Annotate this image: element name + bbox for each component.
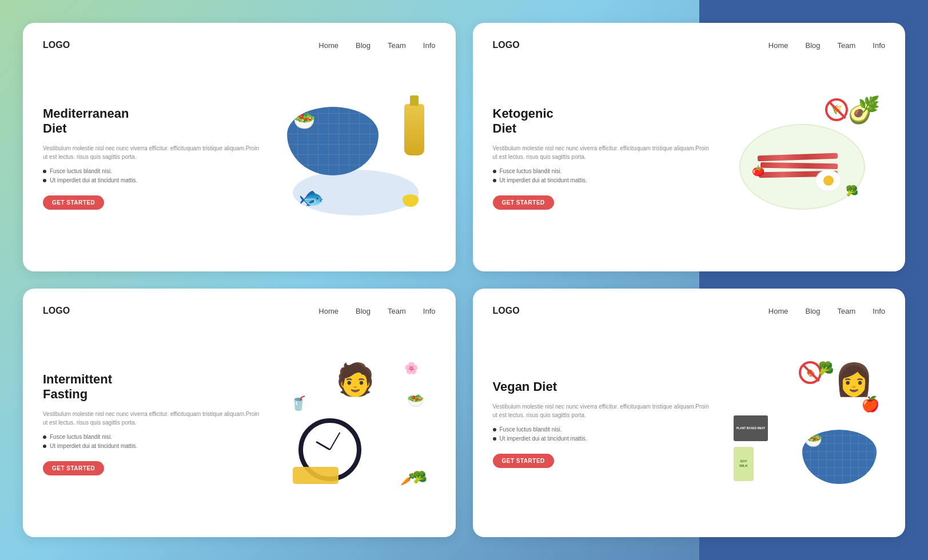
card-bullets-ketogenic: Fusce luctus blandit nisi. Ut imperdiet … xyxy=(493,168,714,186)
broccoli-icon: 🥦 xyxy=(413,470,427,484)
nav-blog-med[interactable]: Blog xyxy=(356,41,371,50)
nav-info-if[interactable]: Info xyxy=(423,307,436,315)
get-started-mediterranean[interactable]: GET STARTED xyxy=(43,195,104,210)
bullet-1-if: Fusce luctus blandit nisi. xyxy=(43,434,264,440)
nav-home-med[interactable]: Home xyxy=(318,41,338,50)
bowl-icon: 🥗 xyxy=(407,393,424,409)
nav-info-keto[interactable]: Info xyxy=(873,41,885,50)
logo-intermittent: LOGO xyxy=(43,306,70,316)
card-content-intermittent: IntermittentFasting Vestibulum molestie … xyxy=(43,327,436,520)
nav-info-med[interactable]: Info xyxy=(423,41,436,50)
get-started-intermittent[interactable]: GET STARTED xyxy=(43,461,104,475)
illustration-intermittent: 🧑 🥤 🥗 🌸 🥕 🥦 xyxy=(276,327,436,520)
nav-team-keto[interactable]: Team xyxy=(838,41,856,50)
card-intermittent: LOGO Home Blog Team Info IntermittentFas… xyxy=(23,289,456,537)
logo-ketogenic: LOGO xyxy=(493,40,520,50)
get-started-ketogenic[interactable]: GET STARTED xyxy=(493,195,554,210)
bullet-2-if: Ut imperdiet dui at tincidunt mattis. xyxy=(43,443,264,449)
card-content-ketogenic: KetogenicDiet Vestibulum molestie nisl n… xyxy=(493,62,886,254)
card-bullets-mediterranean: Fusce luctus blandit nisi. Ut imperdiet … xyxy=(43,168,264,186)
card-ketogenic: LOGO Home Blog Team Info KetogenicDiet V… xyxy=(473,23,906,271)
card-title-intermittent: IntermittentFasting xyxy=(43,372,264,402)
card-title-ketogenic: KetogenicDiet xyxy=(493,106,714,137)
nav-team-if[interactable]: Team xyxy=(388,307,406,315)
card-text-ketogenic: KetogenicDiet Vestibulum molestie nisl n… xyxy=(493,62,720,254)
nav-home-vegan[interactable]: Home xyxy=(768,307,788,315)
card-text-mediterranean: MediterraneanDiet Vestibulum molestie ni… xyxy=(43,62,270,254)
card-nav-vegan: LOGO Home Blog Team Info xyxy=(493,306,886,316)
bullet-1-med: Fusce luctus blandit nisi. xyxy=(43,168,264,174)
nav-team-vegan[interactable]: Team xyxy=(838,307,856,315)
card-bullets-intermittent: Fusce luctus blandit nisi. Ut imperdiet … xyxy=(43,434,264,452)
apple-icon: 🍎 xyxy=(861,395,879,413)
card-vegan: LOGO Home Blog Team Info Vegan Diet Vest… xyxy=(473,289,906,537)
card-nav-mediterranean: LOGO Home Blog Team Info xyxy=(43,40,436,50)
illustration-vegan: 👩 🍖 🥦 🍎 SOYMILK PLANT BASED MEAT 🥗 xyxy=(725,327,885,520)
card-title-vegan: Vegan Diet xyxy=(493,379,714,394)
bullet-2-med: Ut imperdiet dui at tincidunt mattis. xyxy=(43,177,264,183)
bullet-2-keto: Ut imperdiet dui at tincidunt mattis. xyxy=(493,177,714,183)
nav-home-keto[interactable]: Home xyxy=(768,41,788,50)
no-meat-sign: 🍖 xyxy=(799,361,819,382)
get-started-vegan[interactable]: GET STARTED xyxy=(493,454,554,468)
tape-measure-icon xyxy=(293,467,338,484)
card-desc-vegan: Vestibulum molestie nisl nec nunc viverr… xyxy=(493,402,714,419)
bullet-1-vegan: Fusce luctus blandit nisi. xyxy=(493,426,714,433)
card-nav-intermittent: LOGO Home Blog Team Info xyxy=(43,306,436,316)
nav-blog-vegan[interactable]: Blog xyxy=(805,307,820,315)
plant-based-meat-box: PLANT BASED MEAT xyxy=(734,415,768,441)
card-text-vegan: Vegan Diet Vestibulum molestie nisl nec … xyxy=(493,327,720,520)
illustration-ketogenic: 🌾 🥑 🌿 🍅 🥦 🌿 xyxy=(725,62,885,254)
card-text-intermittent: IntermittentFasting Vestibulum molestie … xyxy=(43,327,270,520)
illustration-mediterranean: 🥗 🐟 xyxy=(276,62,436,254)
vegan-person-icon: 👩 xyxy=(834,361,874,398)
glass-icon: 🥤 xyxy=(290,395,307,411)
bullet-1-keto: Fusce luctus blandit nisi. xyxy=(493,168,714,174)
asparagus-icon: 🥦 xyxy=(818,361,834,376)
card-nav-ketogenic: LOGO Home Blog Team Info xyxy=(493,40,886,50)
nav-blog-if[interactable]: Blog xyxy=(356,307,371,315)
logo-mediterranean: LOGO xyxy=(43,40,70,50)
card-content-vegan: Vegan Diet Vestibulum molestie nisl nec … xyxy=(493,327,886,520)
card-bullets-vegan: Fusce luctus blandit nisi. Ut imperdiet … xyxy=(493,426,714,445)
card-content-mediterranean: MediterraneanDiet Vestibulum molestie ni… xyxy=(43,62,436,254)
logo-vegan: LOGO xyxy=(493,306,520,316)
soy-milk-box: SOYMILK xyxy=(734,447,754,481)
bullet-2-vegan: Ut imperdiet dui at tincidunt mattis. xyxy=(493,435,714,442)
nav-blog-keto[interactable]: Blog xyxy=(805,41,820,50)
nav-home-if[interactable]: Home xyxy=(318,307,338,315)
card-desc-mediterranean: Vestibulum molestie nisl nec nunc viverr… xyxy=(43,144,264,161)
person-icon: 🧑 xyxy=(336,361,375,398)
card-desc-ketogenic: Vestibulum molestie nisl nec nunc viverr… xyxy=(493,144,714,161)
card-title-mediterranean: MediterraneanDiet xyxy=(43,106,264,137)
flowers-icon: 🌸 xyxy=(404,361,419,375)
card-mediterranean: LOGO Home Blog Team Info MediterraneanDi… xyxy=(23,23,456,271)
vegan-bowl: 🥗 xyxy=(802,430,877,484)
nav-info-vegan[interactable]: Info xyxy=(873,307,885,315)
nav-team-med[interactable]: Team xyxy=(388,41,406,50)
card-desc-intermittent: Vestibulum molestie nisl nec nunc viverr… xyxy=(43,410,264,427)
